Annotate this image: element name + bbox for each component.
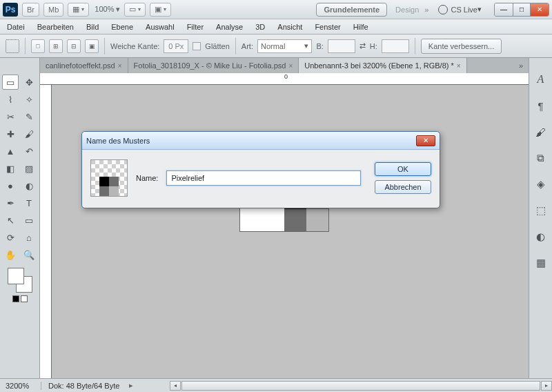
arrange-documents-button[interactable]: ▭▾ <box>124 3 146 17</box>
toolbox: ▭ ✥ ⌇ ✧ ✂ ✎ ✚ 🖌 ▲ ↶ ◧ ▨ ● ◐ ✒ T ↖ ▭ ⟳ ⌂ … <box>0 58 40 378</box>
workspace-essentials-button[interactable]: Grundelemente <box>316 3 387 17</box>
canvas-viewport[interactable] <box>40 85 529 378</box>
minibridge-button[interactable]: Mb <box>43 3 63 17</box>
style-select[interactable]: Normal▾ <box>257 39 312 53</box>
menu-3d[interactable]: 3D <box>255 23 265 31</box>
marquee-tool[interactable]: ▭ <box>2 75 19 90</box>
width-field[interactable] <box>328 39 355 53</box>
pen-tool[interactable]: ✒ <box>2 195 19 210</box>
styles-panel-icon[interactable]: ▦ <box>533 255 549 271</box>
bridge-label: Br <box>27 6 34 14</box>
menubar: Datei Bearbeiten Bild Ebene Auswahl Filt… <box>0 19 552 35</box>
status-bar: 3200% Dok: 48 Byte/64 Byte ▸ ◂ ▸ <box>0 378 552 392</box>
camera-tool[interactable]: ⌂ <box>21 230 37 245</box>
paragraph-panel-icon[interactable]: ¶ <box>533 98 549 113</box>
document-tabs: canlinefotoeffekt.psd× Fotolia_3018109_X… <box>40 58 529 73</box>
bridge-button[interactable]: Br <box>22 3 39 17</box>
status-doc-info[interactable]: Dok: 48 Byte/64 Byte <box>41 382 126 390</box>
menu-image[interactable]: Bild <box>86 23 99 31</box>
screen-mode-button[interactable]: ▣▾ <box>150 3 171 17</box>
scroll-left-icon[interactable]: ◂ <box>170 381 181 391</box>
3d-tool[interactable]: ⟳ <box>2 230 19 245</box>
ruler-horizontal: 0 <box>40 73 529 85</box>
tab-doc-2[interactable]: Unbenannt-3 bei 3200% (Ebene 1, RGB/8) *… <box>299 58 466 73</box>
pattern-name-input[interactable] <box>166 170 361 186</box>
tool-preset-icon[interactable] <box>6 39 19 53</box>
ok-button[interactable]: OK <box>375 162 431 176</box>
clone-panel-icon[interactable]: ⧉ <box>533 150 549 166</box>
minibridge-label: Mb <box>48 6 59 14</box>
panel-dock: A ¶ 🖌 ⧉ ◈ ⬚ ◐ ▦ <box>529 58 552 378</box>
menu-analysis[interactable]: Analyse <box>216 23 243 31</box>
scroll-track[interactable] <box>181 381 540 391</box>
menu-filter[interactable]: Filter <box>187 23 204 31</box>
dialog-close-button[interactable]: ✕ <box>416 135 435 146</box>
subtract-selection-button[interactable]: ⊟ <box>67 39 81 53</box>
swap-wh-icon[interactable]: ⇄ <box>359 41 366 50</box>
refine-edge-button[interactable]: Kante verbessern... <box>421 39 502 54</box>
add-selection-button[interactable]: ⊞ <box>49 39 63 53</box>
scroll-right-icon[interactable]: ▸ <box>541 381 552 391</box>
clone-stamp-tool[interactable]: ▲ <box>2 144 19 159</box>
tabs-overflow-icon[interactable]: » <box>513 58 529 73</box>
dodge-tool[interactable]: ◐ <box>21 178 37 193</box>
default-colors-icon[interactable] <box>12 295 19 302</box>
color-swatches[interactable] <box>8 268 32 293</box>
zoom-tool[interactable]: 🔍 <box>21 247 37 262</box>
menu-help[interactable]: Hilfe <box>353 23 368 31</box>
feather-field[interactable]: 0 Px <box>164 39 188 53</box>
titlebar: Ps Br Mb ▦▾ 100% ▾ ▭▾ ▣▾ Grundelemente D… <box>0 0 552 19</box>
menu-file[interactable]: Datei <box>7 23 25 31</box>
menu-layer[interactable]: Ebene <box>111 23 133 31</box>
adjustments-panel-icon[interactable]: ◐ <box>533 229 549 244</box>
workspace-more-icon[interactable]: » <box>424 6 428 14</box>
cslive-button[interactable]: CS Live ▾ <box>438 5 482 14</box>
menu-window[interactable]: Fenster <box>315 23 340 31</box>
gradient-tool[interactable]: ▨ <box>21 161 37 176</box>
close-icon[interactable]: × <box>288 62 293 70</box>
maximize-button[interactable]: □ <box>513 3 531 16</box>
new-selection-button[interactable]: □ <box>31 39 45 53</box>
lasso-tool[interactable]: ⌇ <box>2 92 19 107</box>
magic-wand-tool[interactable]: ✧ <box>21 92 37 107</box>
close-icon[interactable]: × <box>118 62 122 70</box>
type-tool[interactable]: T <box>21 195 37 210</box>
antialias-checkbox[interactable] <box>193 42 201 50</box>
eyedropper-tool[interactable]: ✎ <box>21 109 37 124</box>
workspace-design-label[interactable]: Design <box>395 6 419 14</box>
menu-view[interactable]: Ansicht <box>277 23 302 31</box>
shape-tool[interactable]: ▭ <box>21 213 37 228</box>
hand-tool[interactable]: ✋ <box>2 247 19 262</box>
crop-tool[interactable]: ✂ <box>2 109 19 124</box>
menu-select[interactable]: Auswahl <box>146 23 175 31</box>
height-field[interactable] <box>382 39 409 53</box>
blur-tool[interactable]: ● <box>2 178 19 193</box>
foreground-color[interactable] <box>8 268 24 284</box>
pattern-preview <box>90 159 128 197</box>
brush-panel-icon[interactable]: 🖌 <box>533 124 549 139</box>
view-extras-button[interactable]: ▦▾ <box>68 3 89 17</box>
healing-brush-tool[interactable]: ✚ <box>2 126 19 141</box>
close-button[interactable]: ✕ <box>531 3 549 16</box>
app-icon: Ps <box>3 3 18 17</box>
horizontal-scrollbar[interactable]: ◂ ▸ <box>170 381 552 391</box>
character-panel-icon[interactable]: A <box>533 72 549 87</box>
navigator-panel-icon[interactable]: ⬚ <box>533 203 549 218</box>
cancel-button[interactable]: Abbrechen <box>375 180 431 194</box>
history-brush-tool[interactable]: ↶ <box>21 144 37 159</box>
layers-panel-icon[interactable]: ◈ <box>533 177 549 192</box>
tab-doc-1[interactable]: Fotolia_3018109_X - © Mike Liu - Fotolia… <box>128 58 299 73</box>
tab-doc-0[interactable]: canlinefotoeffekt.psd× <box>40 58 128 73</box>
eraser-tool[interactable]: ◧ <box>2 161 19 176</box>
minimize-button[interactable]: — <box>495 3 513 16</box>
intersect-selection-button[interactable]: ▣ <box>85 39 99 53</box>
status-more-icon[interactable]: ▸ <box>129 381 133 390</box>
menu-edit[interactable]: Bearbeiten <box>37 23 74 31</box>
dialog-titlebar[interactable]: Name des Musters ✕ <box>82 132 440 150</box>
move-tool[interactable]: ✥ <box>21 75 37 90</box>
swap-colors-icon[interactable] <box>21 295 28 302</box>
close-icon[interactable]: × <box>457 62 461 70</box>
status-zoom[interactable]: 3200% <box>0 382 41 390</box>
path-selection-tool[interactable]: ↖ <box>2 213 19 228</box>
brush-tool[interactable]: 🖌 <box>21 126 37 141</box>
